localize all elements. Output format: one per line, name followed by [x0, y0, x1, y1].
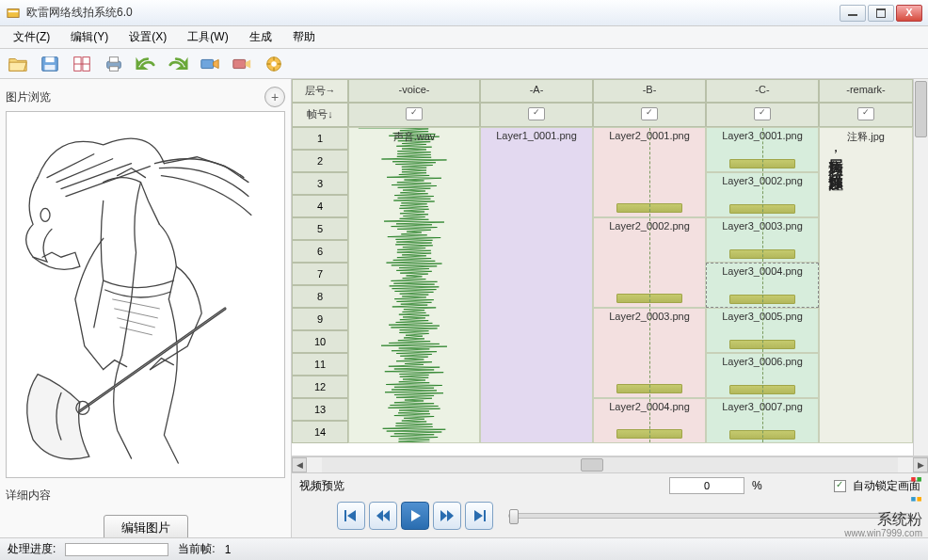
detail-label: 详细内容: [6, 488, 285, 504]
current-frame-value: 1: [225, 543, 232, 556]
camera-tool-button[interactable]: [230, 52, 254, 76]
column-toggle-2[interactable]: [593, 103, 706, 127]
save-button[interactable]: [38, 52, 62, 76]
maximize-button[interactable]: [868, 5, 894, 22]
cell-c[interactable]: Layer3_0007.png: [706, 398, 819, 443]
svg-point-14: [271, 61, 277, 67]
next-frame-button[interactable]: [433, 502, 461, 530]
cell-c[interactable]: Layer3_0003.png: [706, 217, 819, 263]
right-panel: 层号→-voice--A--B--C--remark-帧号↓1声音.wavLay…: [292, 79, 928, 537]
column-header-1[interactable]: -A-: [480, 79, 593, 103]
page-layout-button[interactable]: [70, 52, 94, 76]
video-preview-label: 视频预览: [299, 478, 344, 494]
frame-header: 帧号↓: [292, 103, 348, 127]
cell-b[interactable]: Layer2_0002.png: [593, 217, 706, 308]
cell-c[interactable]: Layer3_0005.png: [706, 308, 819, 353]
menu-edit[interactable]: 编辑(Y): [61, 26, 118, 48]
menu-help[interactable]: 帮助: [283, 26, 325, 48]
cell-b[interactable]: Layer2_0003.png: [593, 308, 706, 398]
menu-settings[interactable]: 设置(X): [120, 26, 176, 48]
row-number[interactable]: 9: [292, 308, 348, 330]
window-title: 欧雷网络线拍系统6.0: [26, 5, 840, 21]
cell-c[interactable]: Layer3_0001.png: [706, 127, 819, 172]
prev-frame-button[interactable]: [369, 502, 397, 530]
progress-label: 处理进度:: [8, 541, 56, 557]
column-toggle-0[interactable]: [348, 103, 480, 127]
svg-rect-9: [109, 56, 118, 61]
statusbar: 处理进度: 当前帧: 1: [0, 537, 928, 560]
minimize-button[interactable]: [840, 5, 866, 22]
column-header-3[interactable]: -C-: [706, 79, 819, 103]
print-button[interactable]: [102, 52, 126, 76]
row-number[interactable]: 11: [292, 353, 348, 376]
percent-sign: %: [752, 479, 762, 492]
row-number[interactable]: 5: [292, 217, 348, 240]
cell-b[interactable]: Layer2_0004.png: [593, 398, 706, 443]
auto-lock-checkbox[interactable]: [834, 480, 846, 492]
row-number[interactable]: 2: [292, 150, 348, 172]
svg-rect-12: [233, 59, 246, 68]
cell-a[interactable]: Layer1_0001.png: [480, 127, 593, 443]
playback-slider[interactable]: [508, 513, 911, 519]
media-tool-button[interactable]: [262, 52, 286, 76]
cell-c[interactable]: Layer3_0004.png: [706, 263, 819, 308]
main-area: 图片浏览 +: [0, 79, 928, 537]
svg-rect-0: [8, 8, 19, 17]
playback-controls: [292, 498, 928, 537]
toolbar: [0, 49, 928, 79]
vertical-scrollbar[interactable]: [913, 79, 928, 456]
window-controls: X: [840, 5, 922, 22]
progress-bar: [65, 543, 168, 556]
close-button[interactable]: X: [896, 5, 922, 22]
cell-b[interactable]: Layer2_0001.png: [593, 127, 706, 217]
last-frame-button[interactable]: [465, 502, 493, 530]
column-toggle-1[interactable]: [480, 103, 593, 127]
cell-remark[interactable]: 注释.jpg该层为注释层，你可以添加注释: [819, 127, 913, 443]
row-number[interactable]: 12: [292, 376, 348, 398]
menu-generate[interactable]: 生成: [240, 26, 281, 48]
column-header-2[interactable]: -B-: [593, 79, 706, 103]
percent-input[interactable]: 0: [669, 477, 744, 494]
column-header-4[interactable]: -remark-: [819, 79, 913, 103]
left-panel: 图片浏览 +: [0, 79, 292, 537]
first-frame-button[interactable]: [337, 502, 365, 530]
menu-file[interactable]: 文件(Z): [4, 26, 59, 48]
current-frame-label: 当前帧:: [178, 541, 215, 557]
svg-rect-11: [201, 59, 214, 68]
svg-rect-3: [45, 56, 54, 61]
svg-rect-10: [109, 66, 118, 71]
column-toggle-3[interactable]: [706, 103, 819, 127]
slider-thumb[interactable]: [509, 509, 519, 524]
undo-button[interactable]: [134, 52, 158, 76]
column-toggle-4[interactable]: [819, 103, 913, 127]
timeline-grid[interactable]: 层号→-voice--A--B--C--remark-帧号↓1声音.wavLay…: [292, 79, 928, 456]
image-preview[interactable]: [6, 111, 285, 478]
svg-rect-1: [8, 10, 19, 12]
row-number[interactable]: 3: [292, 172, 348, 195]
zoom-button[interactable]: +: [264, 87, 285, 107]
row-number[interactable]: 13: [292, 398, 348, 421]
preview-panel-header: 图片浏览 +: [6, 87, 285, 107]
svg-rect-19: [484, 510, 486, 521]
column-header-0[interactable]: -voice-: [348, 79, 480, 103]
redo-button[interactable]: [166, 52, 190, 76]
row-number[interactable]: 1: [292, 127, 348, 150]
video-tool-button[interactable]: [198, 52, 222, 76]
row-number[interactable]: 6: [292, 240, 348, 263]
cell-c[interactable]: Layer3_0006.png: [706, 353, 819, 398]
horizontal-scrollbar[interactable]: ◀ ▶: [292, 456, 928, 473]
row-number[interactable]: 4: [292, 195, 348, 217]
svg-rect-18: [344, 510, 346, 521]
voice-cell[interactable]: 声音.wav: [348, 127, 480, 443]
row-number[interactable]: 14: [292, 421, 348, 443]
play-button[interactable]: [401, 502, 429, 530]
row-number[interactable]: 10: [292, 330, 348, 353]
row-number[interactable]: 8: [292, 285, 348, 308]
row-number[interactable]: 7: [292, 263, 348, 285]
titlebar: 欧雷网络线拍系统6.0 X: [0, 0, 928, 26]
menu-tools[interactable]: 工具(W): [178, 26, 237, 48]
auto-lock-checkbox-label[interactable]: 自动锁定画面: [834, 478, 920, 494]
auto-lock-text: 自动锁定画面: [853, 479, 920, 492]
cell-c[interactable]: Layer3_0002.png: [706, 172, 819, 217]
open-folder-button[interactable]: [6, 52, 30, 76]
